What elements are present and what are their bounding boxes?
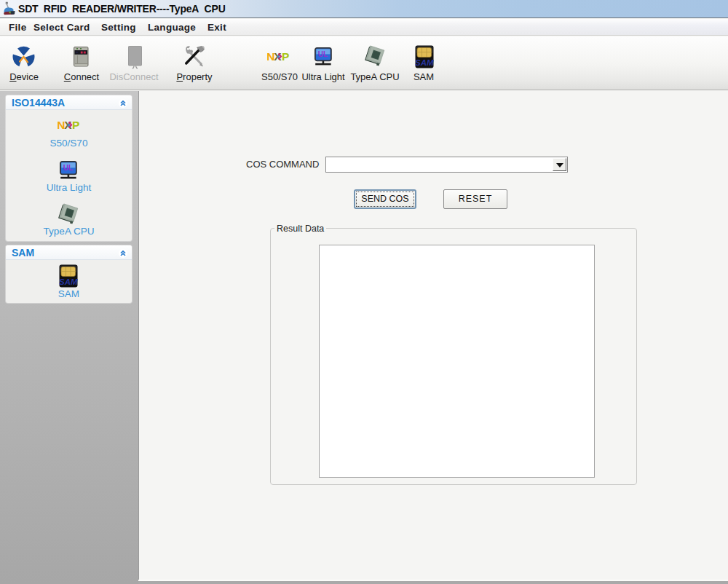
svg-text:P: P — [72, 119, 79, 130]
svg-text:P: P — [282, 51, 289, 62]
svg-text:SAM: SAM — [59, 277, 78, 286]
svg-text:SAM: SAM — [415, 58, 434, 67]
svg-text:UL: UL — [318, 50, 328, 58]
svg-text:UL: UL — [63, 164, 73, 172]
